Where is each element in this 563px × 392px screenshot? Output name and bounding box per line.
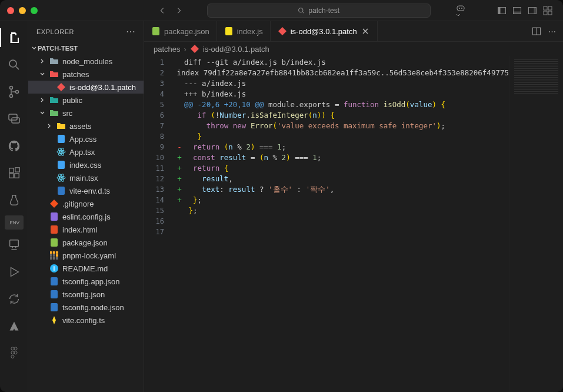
breadcrumb-segment[interactable]: is-odd@3.0.1.patch: [203, 45, 269, 54]
workspace-root-label: PATCH-TEST: [38, 45, 78, 52]
tab-package-json[interactable]: package.json: [144, 21, 217, 41]
diff-sign: +: [175, 152, 184, 163]
activity-search[interactable]: [0, 53, 28, 77]
layout-panel-icon[interactable]: [512, 6, 522, 15]
close-icon[interactable]: [361, 26, 370, 36]
svg-rect-18: [9, 114, 17, 120]
activity-source-control[interactable]: [0, 80, 28, 104]
file-vite-env-d-ts[interactable]: vite-env.d.ts: [28, 184, 144, 197]
file-icon: [49, 238, 59, 247]
activity-testing[interactable]: [0, 188, 28, 212]
layout-sidebar-right-icon[interactable]: [528, 6, 537, 15]
file-name: index.html: [62, 225, 144, 234]
breadcrumb[interactable]: patches›is-odd@3.0.1.patch: [144, 42, 563, 56]
file-icon: [49, 57, 59, 66]
file-name: main.tsx: [69, 174, 144, 182]
file-icon: [49, 108, 59, 118]
workspace-root[interactable]: PATCH-TEST: [28, 42, 144, 55]
split-editor-icon[interactable]: [532, 26, 541, 36]
file-index-html[interactable]: index.html: [28, 223, 144, 236]
file-pnpm-lock-yaml[interactable]: pnpm-lock.yaml: [28, 249, 144, 262]
file-icon: [56, 134, 66, 144]
folder-node-modules[interactable]: node_modules: [28, 55, 144, 68]
tab-is-odd-3-0-1-patch[interactable]: is-odd@3.0.1.patch: [271, 21, 378, 41]
file-icon: [49, 303, 59, 312]
activity-remote[interactable]: [0, 233, 28, 257]
activity-extensions[interactable]: [0, 161, 28, 185]
file-app-css[interactable]: App.css: [28, 132, 144, 145]
file-icon: [49, 251, 59, 260]
maximize-window-button[interactable]: [31, 7, 38, 14]
code-line: index 79d1f22a8e7a27efb8841bb83cb682ea1f…: [175, 68, 509, 78]
activity-refresh[interactable]: [0, 287, 28, 311]
copilot-icon[interactable]: [456, 4, 465, 18]
file--gitignore[interactable]: .gitignore: [28, 197, 144, 210]
nav-back-button[interactable]: [155, 4, 169, 18]
file-name: assets: [69, 122, 144, 131]
svg-rect-51: [53, 257, 55, 260]
file-name: public: [62, 96, 144, 105]
activity-explorer[interactable]: [0, 26, 28, 49]
svg-rect-30: [58, 135, 65, 143]
file-index-css[interactable]: index.css: [28, 158, 144, 171]
file-main-tsx[interactable]: main.tsx: [28, 171, 144, 184]
svg-rect-56: [51, 290, 58, 298]
folder-patches[interactable]: patches: [28, 68, 144, 81]
folder-src[interactable]: src: [28, 107, 144, 119]
file-icon: i: [49, 264, 59, 273]
file-name: eslint.config.js: [62, 212, 144, 221]
svg-rect-59: [225, 27, 232, 35]
line-numbers: 1234567891011121314151617: [144, 56, 175, 392]
folder-public[interactable]: public: [28, 94, 144, 107]
activity-run-debug[interactable]: [0, 260, 28, 284]
layout-sidebar-left-icon[interactable]: [497, 6, 507, 15]
customize-layout-icon[interactable]: [543, 6, 552, 15]
activity-env[interactable]: .ENV: [5, 215, 24, 230]
editor-more-icon[interactable]: ⋯: [548, 27, 556, 36]
code-editor[interactable]: diff --git a/index.js b/index.jsindex 79…: [175, 56, 509, 392]
file-name: tsconfig.app.json: [62, 277, 144, 286]
activity-github[interactable]: [0, 134, 28, 158]
file-package-json[interactable]: package.json: [28, 236, 144, 249]
minimap[interactable]: [509, 56, 563, 392]
svg-rect-45: [53, 251, 55, 254]
file-icon: [56, 160, 66, 170]
activity-atlassian[interactable]: [0, 314, 28, 338]
svg-rect-9: [534, 7, 536, 14]
file-app-tsx[interactable]: App.tsx: [28, 145, 144, 158]
file-is-odd-3-0-1-patch[interactable]: is-odd@3.0.1.patch: [28, 81, 144, 94]
diff-sign: +: [175, 163, 184, 174]
sidebar-title: EXPLORER: [36, 28, 74, 35]
activity-figma[interactable]: [0, 341, 28, 365]
command-center-search[interactable]: patch-test: [207, 4, 431, 18]
code-line: [175, 216, 509, 227]
tab-index-js[interactable]: index.js: [217, 21, 271, 41]
file-tsconfig-node-json[interactable]: tsconfig.node.json: [28, 301, 144, 314]
minimize-window-button[interactable]: [19, 7, 26, 14]
folder-assets[interactable]: assets: [28, 119, 144, 132]
svg-point-17: [15, 91, 18, 94]
sidebar-more-icon[interactable]: ⋯: [126, 26, 136, 37]
file-name: node_modules: [62, 57, 144, 66]
breadcrumb-segment[interactable]: patches: [154, 45, 181, 54]
search-icon: [298, 7, 305, 14]
code-line: + const result = (n % 2) === 1;: [175, 152, 509, 163]
chevron-down-icon: [39, 109, 46, 117]
activity-chat[interactable]: [0, 107, 28, 131]
file-tsconfig-app-json[interactable]: tsconfig.app.json: [28, 275, 144, 288]
diff-sign: [175, 131, 184, 142]
svg-point-26: [14, 347, 17, 350]
svg-rect-11: [548, 6, 552, 10]
file-icon: [56, 147, 66, 157]
file-icon: [49, 212, 59, 221]
file-name: index.css: [69, 161, 144, 170]
code-line: }: [175, 131, 509, 142]
svg-point-31: [61, 151, 62, 153]
file-eslint-config-js[interactable]: eslint.config.js: [28, 210, 144, 223]
nav-forward-button[interactable]: [172, 4, 186, 18]
close-window-button[interactable]: [7, 7, 14, 14]
svg-point-27: [11, 351, 14, 354]
file-tsconfig-json[interactable]: tsconfig.json: [28, 288, 144, 301]
file-vite-config-ts[interactable]: vite.config.ts: [28, 314, 144, 327]
file-readme-md[interactable]: iREADME.md: [28, 262, 144, 275]
